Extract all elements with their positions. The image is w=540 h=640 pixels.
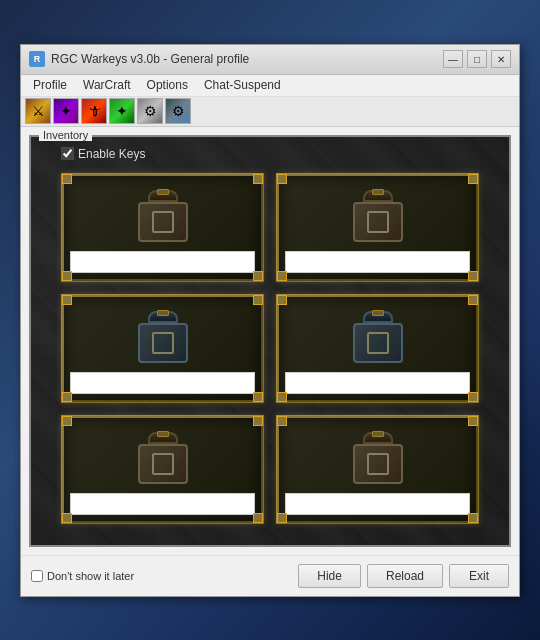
toolbar-button-1[interactable]: ⚔: [25, 98, 51, 124]
window-title: RGC Warkeys v3.0b - General profile: [51, 52, 443, 66]
bottom-bar: Don't show it later Hide Reload Exit: [21, 555, 519, 596]
slot-icon-1: [70, 182, 255, 247]
hide-button[interactable]: Hide: [298, 564, 361, 588]
inventory-slot-2: [276, 173, 479, 282]
inventory-label: Inventory: [39, 129, 92, 141]
corner-br-6: [468, 513, 478, 523]
corner-br-2: [468, 271, 478, 281]
slot-input-2[interactable]: [285, 251, 470, 273]
slot-input-5[interactable]: [70, 493, 255, 515]
inventory-slot-1: [61, 173, 264, 282]
dont-show-label: Don't show it later: [47, 570, 134, 582]
slot-input-6[interactable]: [285, 493, 470, 515]
inventory-panel: Inventory Enable Keys: [29, 135, 511, 547]
menu-warcraft[interactable]: WarCraft: [75, 76, 139, 94]
corner-bl-1: [62, 271, 72, 281]
dont-show-checkbox[interactable]: [31, 570, 43, 582]
corner-bl-3: [62, 392, 72, 402]
slot-icon-2: [285, 182, 470, 247]
content-area: Inventory Enable Keys: [21, 127, 519, 555]
title-bar: R RGC Warkeys v3.0b - General profile — …: [21, 45, 519, 75]
menu-chat-suspend[interactable]: Chat-Suspend: [196, 76, 289, 94]
toolbar-button-2[interactable]: ✦: [53, 98, 79, 124]
reload-button[interactable]: Reload: [367, 564, 443, 588]
app-icon: R: [29, 51, 45, 67]
inventory-slot-5: [61, 415, 264, 524]
minimize-button[interactable]: —: [443, 50, 463, 68]
slot-icon-5: [70, 424, 255, 489]
toolbar-icon-5: ⚙: [138, 99, 162, 123]
inventory-slot-3: [61, 294, 264, 403]
toolbar-button-6[interactable]: ⚙: [165, 98, 191, 124]
slot-input-3[interactable]: [70, 372, 255, 394]
menu-bar: Profile WarCraft Options Chat-Suspend: [21, 75, 519, 97]
exit-button[interactable]: Exit: [449, 564, 509, 588]
corner-bl-2: [277, 271, 287, 281]
bag-icon-3: [133, 308, 193, 363]
corner-br-5: [253, 513, 263, 523]
bottom-buttons: Hide Reload Exit: [298, 564, 509, 588]
main-window: R RGC Warkeys v3.0b - General profile — …: [20, 44, 520, 597]
enable-keys-row: Enable Keys: [61, 147, 479, 161]
corner-br-4: [468, 392, 478, 402]
menu-profile[interactable]: Profile: [25, 76, 75, 94]
toolbar-icon-1: ⚔: [26, 99, 50, 123]
window-controls: — □ ✕: [443, 50, 511, 68]
bag-icon-2: [348, 187, 408, 242]
inventory-slot-6: [276, 415, 479, 524]
inventory-inner: Enable Keys: [31, 137, 509, 545]
toolbar-icon-6: ⚙: [166, 99, 190, 123]
inventory-slot-4: [276, 294, 479, 403]
corner-bl-4: [277, 392, 287, 402]
menu-options[interactable]: Options: [139, 76, 196, 94]
corner-br-3: [253, 392, 263, 402]
slot-icon-4: [285, 303, 470, 368]
bag-icon-4: [348, 308, 408, 363]
corner-br-1: [253, 271, 263, 281]
slot-input-1[interactable]: [70, 251, 255, 273]
slot-icon-3: [70, 303, 255, 368]
enable-keys-checkbox[interactable]: [61, 147, 74, 160]
bag-icon-1: [133, 187, 193, 242]
close-button[interactable]: ✕: [491, 50, 511, 68]
maximize-button[interactable]: □: [467, 50, 487, 68]
toolbar-button-5[interactable]: ⚙: [137, 98, 163, 124]
corner-bl-5: [62, 513, 72, 523]
toolbar-button-4[interactable]: ✦: [109, 98, 135, 124]
bag-icon-6: [348, 429, 408, 484]
enable-keys-label: Enable Keys: [78, 147, 145, 161]
slots-grid: [61, 173, 479, 524]
bag-icon-5: [133, 429, 193, 484]
toolbar-icon-3: 🗡: [82, 99, 106, 123]
toolbar-icon-4: ✦: [110, 99, 134, 123]
toolbar-icon-2: ✦: [54, 99, 78, 123]
slot-icon-6: [285, 424, 470, 489]
slot-input-4[interactable]: [285, 372, 470, 394]
corner-bl-6: [277, 513, 287, 523]
toolbar-button-3[interactable]: 🗡: [81, 98, 107, 124]
toolbar: ⚔ ✦ 🗡 ✦ ⚙ ⚙: [21, 97, 519, 127]
dont-show-row: Don't show it later: [31, 570, 298, 582]
